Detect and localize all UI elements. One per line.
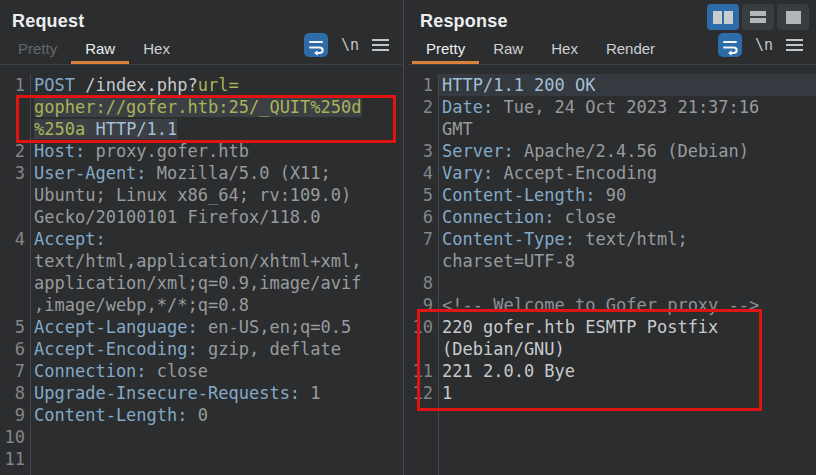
response-panel: Response Pretty Raw Hex Render \n xyxy=(408,0,816,475)
single-panel-button[interactable] xyxy=(777,4,809,30)
line-number: 10 xyxy=(0,426,30,448)
hamburger-menu-icon[interactable] xyxy=(786,39,803,52)
columns-glyph-left xyxy=(713,11,722,24)
code-line: 9<!-- Welcome to Gofer proxy --> xyxy=(408,294,816,316)
line-number: 1 xyxy=(408,74,438,96)
code-line: text/html,application/xhtml+xml, xyxy=(0,250,402,272)
code-line: %250a HTTP/1.1 xyxy=(0,118,402,140)
response-toolbar: \n xyxy=(718,33,816,64)
request-tab-pretty[interactable]: Pretty xyxy=(4,35,71,64)
code-line: 10220 gofer.htb ESMTP Postfix xyxy=(408,316,816,338)
repeater-window: Request Pretty Raw Hex \n xyxy=(0,0,816,475)
line-number: 2 xyxy=(408,96,438,118)
code-line: ,image/webp,*/*;q=0.8 xyxy=(0,294,402,316)
code-line: 3User-Agent: Mozilla/5.0 (X11; xyxy=(0,162,402,184)
response-editor[interactable]: 1HTTP/1.1 200 OK2Date: Tue, 24 Oct 2023 … xyxy=(408,74,816,475)
line-number xyxy=(0,250,30,272)
columns-glyph-right xyxy=(724,11,733,24)
line-number: 4 xyxy=(408,162,438,184)
line-number: 1 xyxy=(0,74,30,96)
soft-wrap-icon[interactable] xyxy=(718,33,742,57)
response-tab-render[interactable]: Render xyxy=(592,35,669,64)
line-number: 11 xyxy=(408,360,438,382)
code-line: GMT xyxy=(408,118,816,140)
code-line: gopher://gofer.htb:25/_QUIT%250d xyxy=(0,96,402,118)
request-tab-bar: Pretty Raw Hex \n xyxy=(0,32,402,65)
line-number: 10 xyxy=(408,316,438,338)
line-number: 7 xyxy=(0,360,30,382)
code-line: 3Server: Apache/2.4.56 (Debian) xyxy=(408,140,816,162)
code-line: 8 xyxy=(408,272,816,294)
line-number: 3 xyxy=(408,140,438,162)
single-panel-glyph xyxy=(786,11,801,24)
request-tab-hex[interactable]: Hex xyxy=(129,35,184,64)
code-line: 6Connection: close xyxy=(408,206,816,228)
request-toolbar: \n xyxy=(304,33,402,64)
response-tab-bar: Pretty Raw Hex Render \n xyxy=(408,32,816,65)
line-number: 12 xyxy=(408,382,438,404)
code-line: 2Date: Tue, 24 Oct 2023 21:37:16 xyxy=(408,96,816,118)
code-line: 5Accept-Language: en-US,en;q=0.5 xyxy=(0,316,402,338)
code-line: 121 xyxy=(408,382,816,404)
line-number xyxy=(0,272,30,294)
newline-icon[interactable]: \n xyxy=(341,36,359,54)
response-tab-pretty[interactable]: Pretty xyxy=(412,35,479,64)
code-line: 9Content-Length: 0 xyxy=(0,404,402,426)
code-line: 7Content-Type: text/html; xyxy=(408,228,816,250)
code-line: 1POST /index.php?url= xyxy=(0,74,402,96)
line-number xyxy=(0,206,30,228)
request-gutter-divider xyxy=(30,74,31,475)
line-number: 5 xyxy=(0,316,30,338)
code-line: Ubuntu; Linux x86_64; rv:109.0) xyxy=(0,184,402,206)
line-number: 11 xyxy=(0,448,30,470)
line-number: 9 xyxy=(0,404,30,426)
code-line: 1HTTP/1.1 200 OK xyxy=(408,74,816,96)
line-number xyxy=(0,96,30,118)
line-number: 6 xyxy=(408,206,438,228)
code-line: 10 xyxy=(0,426,402,448)
panel-divider[interactable] xyxy=(403,0,404,475)
rows-glyph xyxy=(750,11,766,23)
code-line: charset=UTF-8 xyxy=(408,250,816,272)
code-line: 11 xyxy=(0,448,402,470)
code-line: 7Connection: close xyxy=(0,360,402,382)
line-number xyxy=(0,118,30,140)
line-number: 6 xyxy=(0,338,30,360)
code-line: 6Accept-Encoding: gzip, deflate xyxy=(0,338,402,360)
code-line: 4Accept: xyxy=(0,228,402,250)
code-line: 2Host: proxy.gofer.htb xyxy=(0,140,402,162)
line-number: 2 xyxy=(0,140,30,162)
line-number: 5 xyxy=(408,184,438,206)
code-line: application/xml;q=0.9,image/avif xyxy=(0,272,402,294)
code-line: Gecko/20100101 Firefox/118.0 xyxy=(0,206,402,228)
line-number xyxy=(408,338,438,360)
request-code: 1POST /index.php?url=gopher://gofer.htb:… xyxy=(0,74,402,470)
line-number: 4 xyxy=(0,228,30,250)
line-number xyxy=(0,184,30,206)
line-number: 3 xyxy=(0,162,30,184)
response-tab-raw[interactable]: Raw xyxy=(479,35,537,64)
request-panel-title: Request xyxy=(0,0,402,32)
soft-wrap-icon[interactable] xyxy=(304,33,328,57)
layout-view-controls xyxy=(707,4,809,30)
response-code: 1HTTP/1.1 200 OK2Date: Tue, 24 Oct 2023 … xyxy=(408,74,816,404)
code-line: 8Upgrade-Insecure-Requests: 1 xyxy=(0,382,402,404)
request-panel: Request Pretty Raw Hex \n xyxy=(0,0,402,475)
response-gutter-divider xyxy=(438,74,439,475)
response-tab-hex[interactable]: Hex xyxy=(537,35,592,64)
split-columns-button[interactable] xyxy=(707,4,739,30)
line-number xyxy=(408,118,438,140)
line-number: 9 xyxy=(408,294,438,316)
code-line: 5Content-Length: 90 xyxy=(408,184,816,206)
code-line: (Debian/GNU) xyxy=(408,338,816,360)
request-editor[interactable]: 1POST /index.php?url=gopher://gofer.htb:… xyxy=(0,74,402,475)
split-rows-button[interactable] xyxy=(742,4,774,30)
line-number xyxy=(0,294,30,316)
newline-icon[interactable]: \n xyxy=(755,36,773,54)
hamburger-menu-icon[interactable] xyxy=(372,39,389,52)
line-number xyxy=(408,250,438,272)
code-line: 4Vary: Accept-Encoding xyxy=(408,162,816,184)
request-tab-raw[interactable]: Raw xyxy=(71,35,129,64)
line-number: 7 xyxy=(408,228,438,250)
line-number: 8 xyxy=(408,272,438,294)
